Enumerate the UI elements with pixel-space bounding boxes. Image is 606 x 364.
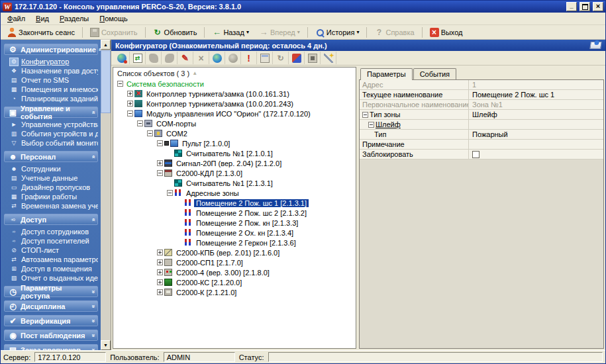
- menu-view[interactable]: Вид: [30, 13, 54, 24]
- tree-node[interactable]: Помещение 2 Ох. кн [2.1.3.4]: [113, 228, 356, 238]
- sidebar-item-employee-access[interactable]: ♀Доступ сотрудников: [9, 227, 98, 236]
- sort-arrow-icon[interactable]: ▲: [192, 70, 197, 76]
- chevron-down-icon[interactable]: »: [89, 290, 96, 293]
- sidebar-item-monitoring-event-selection[interactable]: ▽Выбор событий мониторинга: [9, 138, 98, 148]
- sidebar-section-header-observation-post[interactable]: ◉Пост наблюдения»: [4, 330, 98, 341]
- close-button[interactable]: ×: [593, 2, 603, 11]
- scrollbar-thumb[interactable]: [101, 50, 111, 113]
- minimize-button[interactable]: _: [566, 2, 577, 11]
- tree-node[interactable]: С2000-КПБ (вер. 2.01) [2.1.6.0]: [113, 248, 356, 257]
- property-value[interactable]: Зона №1: [469, 100, 603, 109]
- menu-file[interactable]: Файл: [2, 13, 30, 24]
- tree-node[interactable]: С2000-4 (вер. 3.00) [2.1.8.0]: [113, 267, 356, 277]
- tree-node[interactable]: Контроллер турникета/замка (10.0.201.243…: [113, 99, 356, 109]
- tree-node[interactable]: Помещение 2 Геркон [2.1.3.6]: [113, 238, 356, 248]
- recycle-button[interactable]: [273, 52, 289, 64]
- sidebar-item-room-access[interactable]: ⊞Доступ в помещения: [9, 264, 98, 273]
- expand-plus-icon[interactable]: [157, 289, 163, 295]
- sidebar-section-header-access[interactable]: ♀Доступ»: [4, 214, 98, 225]
- chevron-up-icon[interactable]: »: [89, 111, 96, 114]
- panel-button[interactable]: [305, 52, 321, 64]
- tree-node[interactable]: Сигнал-20П (вер. 2.04) [2.1.2.0]: [113, 158, 356, 168]
- chevron-up-icon[interactable]: »: [89, 218, 96, 221]
- search-globe-button[interactable]: [114, 52, 130, 64]
- chevron-up-icon[interactable]: »: [96, 48, 101, 51]
- sidebar-item-temporary-replacement[interactable]: ⇄Временная замена учетных ...: [9, 201, 98, 210]
- sidebar-item-sms-report[interactable]: ▤Отчет по SMS: [9, 75, 98, 85]
- collapse-minus-icon[interactable]: [157, 140, 163, 146]
- sidebar-item-account-data[interactable]: ▤Учетные данные: [9, 173, 98, 183]
- tree-node[interactable]: С2000-СП1 [2.1.7.0]: [113, 257, 356, 267]
- chevron-down-icon[interactable]: ▾: [246, 29, 249, 35]
- help-button[interactable]: Справка: [370, 26, 419, 38]
- sidebar-item-task-scheduler[interactable]: ◔Планировщик заданий: [9, 94, 98, 103]
- property-value[interactable]: Шлейф: [469, 110, 603, 119]
- back-button[interactable]: Назад▾: [207, 26, 254, 38]
- tree-node[interactable]: Контроллер турникета/замка (10.0.161.31): [113, 89, 356, 99]
- expand-plus-icon[interactable]: [157, 269, 163, 275]
- tree-node[interactable]: COM-порты: [113, 118, 356, 128]
- sidebar-item-visitor-access[interactable]: ♀Доступ посетителей: [9, 236, 98, 246]
- chevron-down-icon[interactable]: »: [89, 304, 96, 308]
- sidebar-item-premises-mnemo[interactable]: ▦Помещения и мнемосхема: [9, 85, 98, 94]
- window-button[interactable]: [257, 52, 273, 64]
- expand-plus-icon[interactable]: [157, 259, 163, 265]
- collapse-minus-icon[interactable]: [137, 120, 143, 126]
- menu-help[interactable]: Помощь: [94, 13, 133, 24]
- collapse-minus-icon[interactable]: [157, 170, 163, 176]
- tree-node[interactable]: Считыватель №1 [2.1.3.1]: [113, 178, 356, 188]
- collapse-minus-icon[interactable]: [117, 81, 123, 87]
- exit-button[interactable]: Выход: [425, 26, 468, 38]
- tree-node[interactable]: Помещение 2 Пож. шс 1 [2.1.3.1]: [113, 198, 356, 208]
- expand-plus-icon[interactable]: [127, 101, 133, 107]
- sidebar-item-auto-replace-params[interactable]: ⇄Автозамена параметров до...: [9, 255, 98, 264]
- save-button[interactable]: Сохранить: [85, 26, 142, 38]
- sidebar-item-work-schedules[interactable]: ▦Графики работы: [9, 192, 98, 201]
- forward-button[interactable]: Вперед▾: [254, 26, 305, 38]
- expand-plus-icon[interactable]: [157, 160, 163, 166]
- sidebar-item-configurator[interactable]: ⚙Конфигуратор: [9, 57, 98, 66]
- refresh-button[interactable]: Обновить: [148, 26, 202, 38]
- tree-header[interactable]: Список объектов ( 3 ) ▲: [113, 68, 356, 79]
- tree-node[interactable]: Пульт [2.1.0.0]: [113, 138, 356, 148]
- sidebar-item-device-management[interactable]: ►Управление устройствами и...: [9, 120, 98, 129]
- tree-node[interactable]: С2000-КДЛ [2.1.3.0]: [113, 168, 356, 178]
- sync-doc-button[interactable]: [130, 52, 146, 64]
- tree-node[interactable]: С2000-К [2.1.21.0]: [113, 287, 356, 297]
- property-value[interactable]: 1: [469, 80, 603, 89]
- sidebar-section-header-access-parameters[interactable]: ◷Параметры доступа»: [4, 286, 98, 297]
- collapse-minus-icon[interactable]: [362, 112, 368, 118]
- sidebar-item-badge-designer[interactable]: ▭Дизайнер пропусков: [9, 183, 98, 192]
- sidebar-section-header-verification[interactable]: ✔Верификация»: [4, 315, 98, 326]
- sidebar-scrollbar[interactable]: ▲ ▼: [101, 40, 111, 350]
- tree-node[interactable]: COM2: [113, 128, 356, 138]
- collapse-minus-icon[interactable]: [167, 190, 173, 196]
- add-b-button[interactable]: [162, 52, 177, 64]
- chevron-down-icon[interactable]: ▾: [356, 29, 359, 35]
- scroll-up-icon[interactable]: ▲: [101, 40, 111, 50]
- sidebar-section-header-discipline[interactable]: ◴Дисциплина»: [4, 300, 98, 312]
- expand-plus-icon[interactable]: [157, 279, 163, 285]
- tree-node[interactable]: Помещение 2 Пож. шс 2 [2.1.3.2]: [113, 208, 356, 218]
- property-value[interactable]: [469, 140, 603, 149]
- add-a-button[interactable]: [146, 52, 162, 64]
- sidebar-section-header-administration[interactable]: ⚙Администрирование»: [4, 44, 98, 55]
- collapse-minus-icon[interactable]: [368, 122, 374, 128]
- edit-button[interactable]: [177, 52, 193, 64]
- sidebar-item-employees[interactable]: ☻Сотрудники: [9, 164, 98, 173]
- collapse-minus-icon[interactable]: [127, 111, 133, 116]
- menu-sections[interactable]: Разделы: [54, 13, 94, 24]
- sidebar-item-device-events[interactable]: ▥События устройств и дейст...: [9, 129, 98, 138]
- wand-button[interactable]: [321, 52, 336, 64]
- expand-plus-icon[interactable]: [127, 91, 133, 97]
- tree-node[interactable]: Считыватель №1 [2.1.0.1]: [113, 148, 356, 158]
- history-button[interactable]: История▾: [311, 26, 364, 38]
- scrollbar-track[interactable]: [101, 113, 111, 340]
- scroll-down-icon[interactable]: ▼: [101, 340, 111, 350]
- sidebar-item-stop-list[interactable]: ⊘СТОП-лист: [9, 246, 98, 255]
- chevron-down-icon[interactable]: »: [89, 334, 96, 337]
- tree-node[interactable]: Система безопасности: [113, 79, 356, 89]
- expand-plus-icon[interactable]: [157, 250, 163, 255]
- sidebar-section-header-personnel[interactable]: ☻Персонал»: [4, 151, 98, 162]
- property-value[interactable]: [469, 150, 603, 159]
